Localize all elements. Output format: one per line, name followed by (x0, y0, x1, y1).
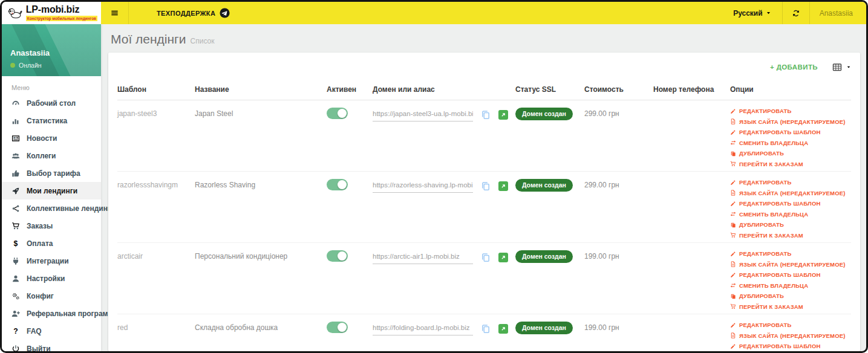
add-landing-button[interactable]: + ДОБАВИТЬ (770, 63, 818, 71)
ssl-status-badge: Домен создан (515, 108, 573, 120)
cell-options: РЕДАКТИРОВАТЬЯЗЫК САЙТА (НЕРЕДАКТИРУЕМОЕ… (730, 322, 851, 351)
logo-text: LP-mobi.biz Конструктор мобильных лендин… (26, 5, 97, 21)
online-status-label: Онлайн (19, 62, 42, 69)
sidebar-item-collective-landings[interactable]: Коллективные лендинги (2, 199, 101, 217)
active-toggle[interactable] (327, 322, 348, 333)
option-edit-template[interactable]: РЕДАКТИРОВАТЬ ШАБЛОН (730, 200, 851, 207)
dup-icon (730, 222, 736, 228)
option-site-language[interactable]: ЯЗЫК САЙТА (НЕРЕДАКТИРУЕМОЕ) (730, 190, 851, 196)
option-edit[interactable]: РЕДАКТИРОВАТЬ (730, 108, 851, 114)
option-edit[interactable]: РЕДАКТИРОВАТЬ (730, 250, 851, 257)
cell-price: 199.00 грн (584, 322, 653, 332)
language-selector[interactable]: Русский (722, 2, 782, 24)
option-edit-template[interactable]: РЕДАКТИРОВАТЬ ШАБЛОН (730, 343, 851, 349)
cell-active (327, 322, 373, 333)
sidebar-item-logout[interactable]: Выйти (2, 340, 101, 353)
copy-domain-icon[interactable] (481, 181, 491, 191)
cell-options: РЕДАКТИРОВАТЬЯЗЫК САЙТА (НЕРЕДАКТИРУЕМОЕ… (730, 108, 851, 171)
option-label: СМЕНИТЬ ВЛАДЕЛЬЦА (739, 211, 808, 218)
support-button[interactable]: ТЕХПОДДЕРЖКА (157, 8, 230, 18)
sidebar-menu: Рабочий столСтатистикаНовостиКоллегиВыбо… (2, 94, 101, 353)
option-edit-template[interactable]: РЕДАКТИРОВАТЬ ШАБЛОН (730, 271, 851, 278)
sidebar-item-orders[interactable]: Заказы (2, 217, 101, 235)
sidebar-item-label: Заказы (27, 222, 53, 230)
option-go-to-orders[interactable]: ПЕРЕЙТИ К ЗАКАЗАМ (730, 232, 851, 239)
option-label: ПЕРЕЙТИ К ЗАКАЗАМ (739, 303, 803, 310)
option-duplicate[interactable]: ДУБЛИРОВАТЬ (730, 221, 851, 228)
column-header: Стоимость (584, 85, 653, 94)
sidebar-item-faq[interactable]: FAQ (2, 322, 101, 340)
option-duplicate[interactable]: ДУБЛИРОВАТЬ (730, 293, 851, 299)
copy-domain-icon[interactable] (481, 324, 491, 334)
sidebar-item-dashboard[interactable]: Рабочий стол (2, 94, 101, 112)
logo[interactable]: LP-mobi.biz Конструктор мобильных лендин… (2, 2, 101, 24)
toggle-knob (338, 323, 347, 332)
cart-icon (11, 222, 20, 230)
domain-input[interactable] (373, 253, 473, 264)
sidebar-item-config[interactable]: Конфиг (2, 287, 101, 305)
sidebar-item-label: Коллеги (27, 152, 56, 160)
cell-name: Razorless Shaving (195, 179, 327, 190)
option-edit[interactable]: РЕДАКТИРОВАТЬ (730, 179, 851, 186)
domain-input[interactable] (373, 181, 473, 193)
sidebar-item-integrations[interactable]: Интеграции (2, 252, 101, 270)
landing-name: Japan Steel (195, 109, 233, 118)
column-header: Домен или алиас (373, 85, 515, 94)
cell-template: arcticair (117, 250, 195, 261)
sidebar-item-my-landings[interactable]: Мои лендинги (2, 182, 101, 199)
option-label: РЕДАКТИРОВАТЬ (739, 322, 792, 328)
copy-domain-icon[interactable] (481, 110, 491, 120)
filelang-icon (730, 261, 736, 267)
sidebar-toggle-button[interactable] (101, 2, 129, 24)
option-label: РЕДАКТИРОВАТЬ (739, 108, 792, 114)
open-site-button[interactable] (498, 253, 508, 262)
chevron-down-icon (766, 10, 771, 16)
logo-subtitle: Конструктор мобильных лендингов (26, 16, 97, 21)
table-header: ШаблонНазваниеАктивенДомен или алиасСтат… (117, 78, 851, 100)
sidebar-item-settings[interactable]: Настройки (2, 270, 101, 287)
power-icon (11, 345, 20, 353)
support-label: ТЕХПОДДЕРЖКА (157, 10, 215, 17)
stats-icon (11, 117, 20, 125)
sidebar-item-statistics[interactable]: Статистика (2, 112, 101, 129)
gears-icon (11, 292, 20, 300)
open-site-button[interactable] (498, 110, 508, 120)
option-edit[interactable]: РЕДАКТИРОВАТЬ (730, 322, 851, 328)
cell-name: Персональний кондиціонер (195, 250, 327, 261)
column-header: Номер телефона (653, 85, 730, 94)
option-change-owner[interactable]: СМЕНИТЬ ВЛАДЕЛЬЦА (730, 211, 851, 218)
open-site-button[interactable] (498, 181, 508, 191)
active-toggle[interactable] (327, 179, 348, 190)
dashboard-icon (11, 99, 20, 108)
open-site-button[interactable] (498, 324, 508, 334)
option-change-owner[interactable]: СМЕНИТЬ ВЛАДЕЛЬЦА (730, 140, 851, 146)
option-go-to-orders[interactable]: ПЕРЕЙТИ К ЗАКАЗАМ (730, 161, 851, 167)
refresh-button[interactable] (783, 2, 809, 24)
option-edit-template[interactable]: РЕДАКТИРОВАТЬ ШАБЛОН (730, 129, 851, 135)
option-site-language[interactable]: ЯЗЫК САЙТА (НЕРЕДАКТИРУЕМОЕ) (730, 118, 851, 125)
sidebar-item-news[interactable]: Новости (2, 129, 101, 147)
active-toggle[interactable] (327, 108, 348, 119)
sidebar-item-tariff[interactable]: Выбор тарифа (2, 164, 101, 182)
sidebar-item-payment[interactable]: Оплата (2, 235, 101, 252)
cell-ssl: Домен создан (515, 250, 584, 263)
option-go-to-orders[interactable]: ПЕРЕЙТИ К ЗАКАЗАМ (730, 303, 851, 310)
active-toggle[interactable] (327, 250, 348, 262)
user-menu[interactable]: Anastasiia (810, 2, 866, 24)
table-view-button[interactable] (832, 62, 851, 72)
option-label: ДУБЛИРОВАТЬ (739, 221, 784, 228)
toggle-knob (338, 180, 347, 189)
option-duplicate[interactable]: ДУБЛИРОВАТЬ (730, 150, 851, 157)
option-site-language[interactable]: ЯЗЫК САЙТА (НЕРЕДАКТИРУЕМОЕ) (730, 261, 851, 268)
sidebar-item-colleagues[interactable]: Коллеги (2, 147, 101, 164)
domain-input[interactable] (373, 324, 473, 335)
option-site-language[interactable]: ЯЗЫК САЙТА (НЕРЕДАКТИРУЕМОЕ) (730, 332, 851, 339)
copy-domain-icon[interactable] (481, 253, 491, 262)
option-change-owner[interactable]: СМЕНИТЬ ВЛАДЕЛЬЦА (730, 282, 851, 289)
filelang-icon (730, 190, 736, 196)
edit-icon (730, 322, 736, 328)
sidebar-item-referral[interactable]: Реферальная программа (2, 305, 101, 322)
language-label: Русский (733, 9, 763, 18)
refresh-icon (792, 9, 800, 18)
domain-input[interactable] (373, 110, 473, 121)
